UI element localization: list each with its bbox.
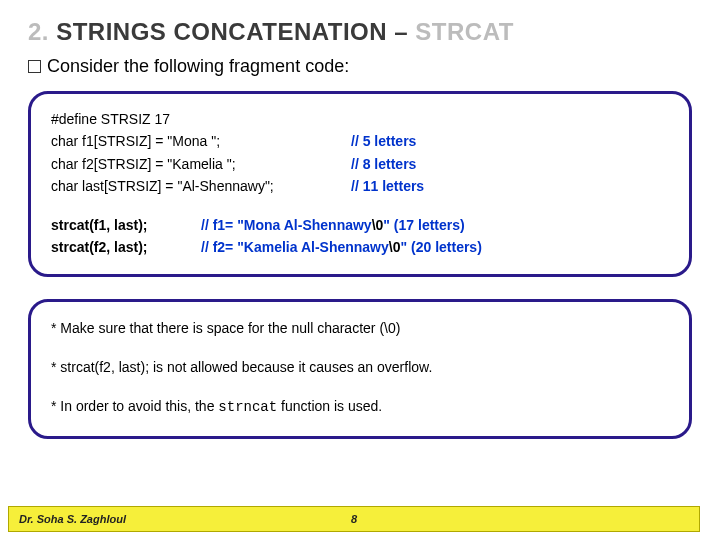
code-left: strcat(f2, last); bbox=[51, 236, 201, 258]
code-left: strcat(f1, last); bbox=[51, 214, 201, 236]
title-number: 2. bbox=[28, 18, 49, 45]
title-main: STRINGS CONCATENATION – bbox=[49, 18, 415, 45]
note-line: * strcat(f2, last); is not allowed becau… bbox=[51, 357, 669, 378]
bullet-checkbox bbox=[28, 60, 41, 73]
code-line: strcat(f1, last); // f1= "Mona Al-Shenna… bbox=[51, 214, 669, 236]
code-line: #define STRSIZ 17 bbox=[51, 108, 669, 130]
code-line: char f1[STRSIZ] = "Mona "; // 5 letters bbox=[51, 130, 669, 152]
code-left: char f1[STRSIZ] = "Mona "; bbox=[51, 130, 351, 152]
footer-author: Dr. Soha S. Zaghloul bbox=[9, 513, 126, 525]
note-line: * In order to avoid this, the strncat fu… bbox=[51, 396, 669, 418]
footer: Dr. Soha S. Zaghloul 8 bbox=[0, 506, 720, 532]
code-comment: // f2= "Kamelia Al-Shennawy\0" (20 lette… bbox=[201, 236, 669, 258]
footer-bar: Dr. Soha S. Zaghloul 8 bbox=[8, 506, 700, 532]
note-line: * Make sure that there is space for the … bbox=[51, 318, 669, 339]
code-comment: // 11 letters bbox=[351, 175, 669, 197]
code-left: char last[STRSIZ] = "Al-Shennawy"; bbox=[51, 175, 351, 197]
slide-title: 2. STRINGS CONCATENATION – STRCAT bbox=[28, 18, 692, 46]
code-left: #define STRSIZ 17 bbox=[51, 108, 351, 130]
notes-box: * Make sure that there is space for the … bbox=[28, 299, 692, 439]
code-comment: // 8 letters bbox=[351, 153, 669, 175]
code-line: char f2[STRSIZ] = "Kamelia "; // 8 lette… bbox=[51, 153, 669, 175]
footer-page-number: 8 bbox=[351, 513, 357, 525]
title-strcat: STRCAT bbox=[415, 18, 514, 45]
code-comment: // 5 letters bbox=[351, 130, 669, 152]
code-left: char f2[STRSIZ] = "Kamelia "; bbox=[51, 153, 351, 175]
code-inline: strncat bbox=[218, 399, 277, 415]
subtitle: Consider the following fragment code: bbox=[28, 56, 692, 77]
code-box: #define STRSIZ 17 char f1[STRSIZ] = "Mon… bbox=[28, 91, 692, 277]
slide: 2. STRINGS CONCATENATION – STRCAT Consid… bbox=[0, 0, 720, 540]
subtitle-text: Consider the following fragment code: bbox=[47, 56, 349, 76]
code-right bbox=[351, 108, 669, 130]
code-comment: // f1= "Mona Al-Shennawy\0" (17 letters) bbox=[201, 214, 669, 236]
code-line: strcat(f2, last); // f2= "Kamelia Al-She… bbox=[51, 236, 669, 258]
code-line: char last[STRSIZ] = "Al-Shennawy"; // 11… bbox=[51, 175, 669, 197]
